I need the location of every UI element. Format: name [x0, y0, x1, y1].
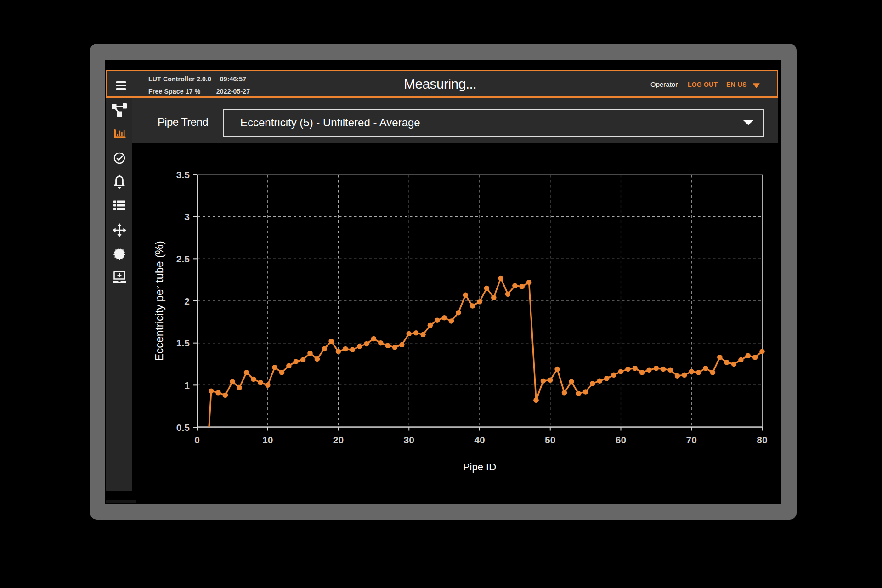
svg-text:3.5: 3.5	[176, 170, 190, 180]
svg-text:1.5: 1.5	[176, 338, 190, 348]
svg-text:30: 30	[404, 435, 414, 445]
svg-text:2: 2	[184, 296, 190, 306]
svg-text:Pipe ID: Pipe ID	[463, 461, 496, 473]
svg-text:0: 0	[194, 435, 200, 445]
svg-text:1: 1	[184, 380, 190, 390]
svg-text:Eccentricity per tube (%): Eccentricity per tube (%)	[153, 241, 165, 361]
svg-text:40: 40	[474, 435, 485, 445]
svg-text:20: 20	[333, 435, 344, 445]
svg-text:70: 70	[686, 435, 697, 445]
svg-text:10: 10	[262, 435, 273, 445]
svg-text:3: 3	[184, 211, 190, 222]
svg-text:50: 50	[545, 435, 555, 445]
svg-text:0.5: 0.5	[176, 422, 190, 433]
svg-text:80: 80	[757, 435, 767, 445]
svg-text:2.5: 2.5	[176, 254, 190, 264]
svg-text:60: 60	[616, 435, 626, 445]
